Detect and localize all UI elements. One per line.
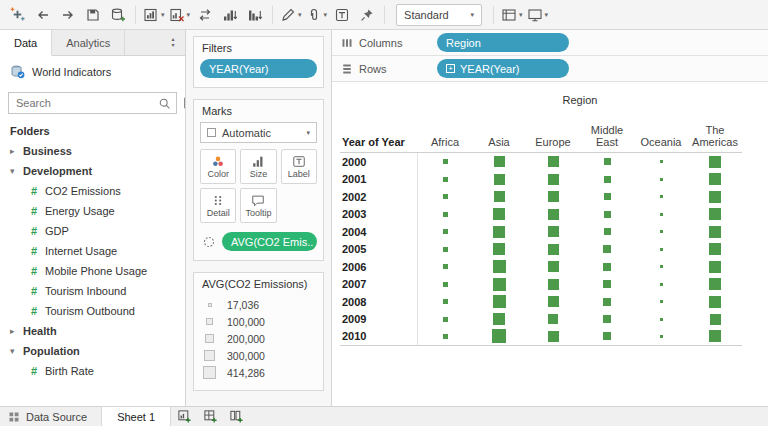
caret-right-icon[interactable]: ▸ xyxy=(10,146,23,156)
mark-cell[interactable] xyxy=(418,188,472,206)
mark-cell[interactable] xyxy=(634,276,688,294)
paperclip-button[interactable]: ▾ xyxy=(304,2,330,28)
pane-swap-icon[interactable]: ▴▾ xyxy=(161,30,185,55)
mark-cell[interactable] xyxy=(472,276,526,294)
fix-axes-button[interactable] xyxy=(354,2,379,28)
mark-cell[interactable] xyxy=(472,206,526,224)
detail-button[interactable]: Detail xyxy=(200,188,236,223)
mark-cell[interactable] xyxy=(580,276,634,294)
folder-health[interactable]: ▸Health xyxy=(0,321,185,341)
mark-cell[interactable] xyxy=(472,223,526,241)
field-birth-rate[interactable]: #Birth Rate xyxy=(0,361,185,381)
mark-cell[interactable] xyxy=(418,276,472,294)
mark-cell[interactable] xyxy=(526,223,580,241)
columns-shelf[interactable]: Columns Region xyxy=(332,30,768,56)
rows-shelf[interactable]: Rows + YEAR(Year) xyxy=(332,56,768,82)
mark-cell[interactable] xyxy=(688,206,742,224)
show-mark-labels-button[interactable] xyxy=(329,2,354,28)
mark-cell[interactable] xyxy=(580,188,634,206)
viz-pane[interactable]: Region Year of YearAfricaAsiaEuropeMiddl… xyxy=(332,82,768,406)
data-source-tab[interactable]: Data Source xyxy=(0,407,102,426)
mark-cell[interactable] xyxy=(580,328,634,346)
expand-plus-icon[interactable]: + xyxy=(446,64,455,73)
mark-cell[interactable] xyxy=(580,241,634,259)
mark-cell[interactable] xyxy=(634,328,688,346)
mark-cell[interactable] xyxy=(526,258,580,276)
new-worksheet-tab-button[interactable] xyxy=(171,407,197,426)
rows-pill-year[interactable]: + YEAR(Year) xyxy=(437,59,569,78)
mark-cell[interactable] xyxy=(688,188,742,206)
folder-business[interactable]: ▸Business xyxy=(0,141,185,161)
mark-cell[interactable] xyxy=(688,223,742,241)
mark-cell[interactable] xyxy=(580,153,634,171)
tooltip-button[interactable]: Tooltip xyxy=(240,188,276,223)
mark-cell[interactable] xyxy=(472,311,526,329)
mark-cell[interactable] xyxy=(688,328,742,346)
size-legend-item[interactable]: 414,286 xyxy=(202,364,315,381)
clear-sheet-button[interactable]: ▾ xyxy=(167,2,193,28)
field-co2-emissions[interactable]: #CO2 Emissions xyxy=(0,181,185,201)
mark-cell[interactable] xyxy=(418,206,472,224)
caret-right-icon[interactable]: ▸ xyxy=(10,326,23,336)
mark-cell[interactable] xyxy=(634,188,688,206)
mark-cell[interactable] xyxy=(580,223,634,241)
mark-cell[interactable] xyxy=(688,241,742,259)
mark-cell[interactable] xyxy=(472,258,526,276)
mark-cell[interactable] xyxy=(688,311,742,329)
swap-rows-columns-button[interactable] xyxy=(192,2,217,28)
mark-cell[interactable] xyxy=(688,293,742,311)
mark-cell[interactable] xyxy=(526,153,580,171)
label-button[interactable]: Label xyxy=(281,149,317,184)
mark-cell[interactable] xyxy=(472,241,526,259)
filter-pill-year[interactable]: YEAR(Year) xyxy=(200,59,317,78)
caret-down-icon[interactable]: ▾ xyxy=(10,346,23,356)
size-button[interactable]: Size xyxy=(240,149,276,184)
datasource-item[interactable]: World Indicators xyxy=(0,56,185,85)
field-mobile-phone-usage[interactable]: #Mobile Phone Usage xyxy=(0,261,185,281)
mark-cell[interactable] xyxy=(688,153,742,171)
mark-cell[interactable] xyxy=(472,153,526,171)
size-legend-item[interactable]: 17,036 xyxy=(202,296,315,313)
mark-cell[interactable] xyxy=(526,188,580,206)
new-data-source-button[interactable] xyxy=(105,2,130,28)
mark-cell[interactable] xyxy=(418,311,472,329)
mark-cell[interactable] xyxy=(418,328,472,346)
mark-cell[interactable] xyxy=(418,241,472,259)
mark-cell[interactable] xyxy=(418,293,472,311)
size-legend-item[interactable]: 100,000 xyxy=(202,313,315,330)
mark-cell[interactable] xyxy=(418,171,472,189)
fit-select[interactable]: Standard ▾ xyxy=(396,4,482,26)
mark-cell[interactable] xyxy=(472,171,526,189)
mark-cell[interactable] xyxy=(688,276,742,294)
mark-type-select[interactable]: Automatic ▾ xyxy=(200,122,317,143)
mark-cell[interactable] xyxy=(634,223,688,241)
mark-cell[interactable] xyxy=(418,223,472,241)
field-tourism-inbound[interactable]: #Tourism Inbound xyxy=(0,281,185,301)
new-worksheet-button[interactable]: ▾ xyxy=(141,2,167,28)
mark-cell[interactable] xyxy=(472,328,526,346)
field-gdp[interactable]: #GDP xyxy=(0,221,185,241)
new-story-button[interactable] xyxy=(223,407,249,426)
mark-cell[interactable] xyxy=(526,206,580,224)
mark-cell[interactable] xyxy=(526,276,580,294)
field-energy-usage[interactable]: #Energy Usage xyxy=(0,201,185,221)
field-internet-usage[interactable]: #Internet Usage xyxy=(0,241,185,261)
save-button[interactable] xyxy=(80,2,105,28)
mark-cell[interactable] xyxy=(526,328,580,346)
marks-pill-co2[interactable]: AVG(CO2 Emis.. xyxy=(222,232,317,251)
mark-cell[interactable] xyxy=(634,258,688,276)
new-dashboard-button[interactable] xyxy=(197,407,223,426)
folder-development[interactable]: ▾Development xyxy=(0,161,185,181)
mark-cell[interactable] xyxy=(418,258,472,276)
mark-cell[interactable] xyxy=(688,258,742,276)
mark-cell[interactable] xyxy=(634,241,688,259)
mark-cell[interactable] xyxy=(526,241,580,259)
sheet-tab-sheet1[interactable]: Sheet 1 xyxy=(102,407,171,426)
caret-down-icon[interactable]: ▾ xyxy=(10,166,23,176)
columns-pill-region[interactable]: Region xyxy=(437,33,569,52)
search-box[interactable] xyxy=(8,92,177,114)
sort-ascending-button[interactable] xyxy=(217,2,242,28)
color-button[interactable]: Color xyxy=(200,149,236,184)
mark-cell[interactable] xyxy=(526,311,580,329)
mark-cell[interactable] xyxy=(580,293,634,311)
